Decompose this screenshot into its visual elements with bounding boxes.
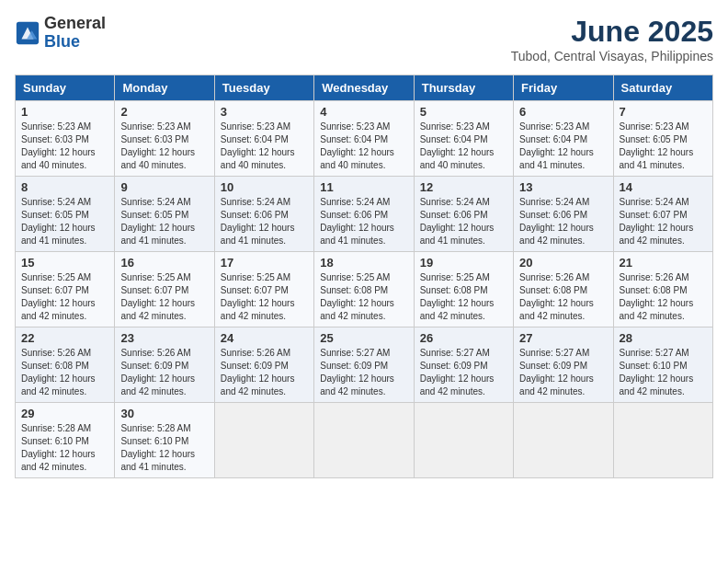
- cell-info: Sunrise: 5:23 AMSunset: 6:05 PMDaylight:…: [620, 121, 707, 172]
- cell-info: Sunrise: 5:26 AMSunset: 6:09 PMDaylight:…: [120, 347, 208, 398]
- table-row: 13Sunrise: 5:24 AMSunset: 6:06 PMDayligh…: [514, 177, 613, 252]
- cell-info: Sunrise: 5:25 AMSunset: 6:07 PMDaylight:…: [21, 271, 108, 323]
- day-number: 23: [120, 331, 208, 345]
- table-row: 21Sunrise: 5:26 AMSunset: 6:08 PMDayligh…: [613, 252, 712, 327]
- calendar-week-row: 8Sunrise: 5:24 AMSunset: 6:05 PMDaylight…: [16, 177, 713, 252]
- day-number: 29: [21, 407, 108, 420]
- day-number: 3: [221, 105, 308, 119]
- title-block: June 2025 Tubod, Central Visayas, Philip…: [511, 15, 713, 63]
- cell-info: Sunrise: 5:26 AMSunset: 6:09 PMDaylight:…: [221, 347, 308, 398]
- table-row: 6Sunrise: 5:23 AMSunset: 6:04 PMDaylight…: [514, 101, 613, 177]
- table-row: 17Sunrise: 5:25 AMSunset: 6:07 PMDayligh…: [214, 252, 313, 327]
- header-wednesday: Wednesday: [314, 75, 414, 101]
- table-row: 3Sunrise: 5:23 AMSunset: 6:04 PMDaylight…: [214, 101, 313, 177]
- table-row: 9Sunrise: 5:24 AMSunset: 6:05 PMDaylight…: [115, 177, 214, 252]
- calendar-week-row: 22Sunrise: 5:26 AMSunset: 6:08 PMDayligh…: [16, 327, 713, 403]
- table-row: 16Sunrise: 5:25 AMSunset: 6:07 PMDayligh…: [115, 252, 214, 327]
- table-row: 28Sunrise: 5:27 AMSunset: 6:10 PMDayligh…: [613, 327, 712, 403]
- day-number: 8: [21, 180, 108, 194]
- day-number: 15: [21, 256, 108, 270]
- table-row: 30Sunrise: 5:28 AMSunset: 6:10 PMDayligh…: [115, 403, 214, 478]
- logo-blue: Blue: [44, 33, 106, 52]
- table-row: 23Sunrise: 5:26 AMSunset: 6:09 PMDayligh…: [115, 327, 214, 403]
- day-number: 5: [420, 105, 507, 119]
- page-header: General Blue June 2025 Tubod, Central Vi…: [15, 15, 713, 63]
- table-row: [613, 403, 712, 478]
- logo-icon: [15, 20, 40, 46]
- day-number: 13: [519, 180, 607, 194]
- logo-text: General Blue: [44, 15, 106, 52]
- day-number: 30: [120, 407, 208, 420]
- day-number: 10: [221, 180, 308, 194]
- day-number: 7: [620, 105, 707, 119]
- cell-info: Sunrise: 5:24 AMSunset: 6:07 PMDaylight:…: [620, 196, 707, 247]
- table-row: 7Sunrise: 5:23 AMSunset: 6:05 PMDaylight…: [613, 101, 712, 177]
- day-number: 24: [221, 331, 308, 345]
- day-number: 11: [320, 180, 407, 194]
- table-row: 4Sunrise: 5:23 AMSunset: 6:04 PMDaylight…: [314, 101, 414, 177]
- cell-info: Sunrise: 5:23 AMSunset: 6:03 PMDaylight:…: [120, 121, 208, 172]
- calendar-table: Sunday Monday Tuesday Wednesday Thursday…: [15, 75, 713, 478]
- table-row: 15Sunrise: 5:25 AMSunset: 6:07 PMDayligh…: [16, 252, 115, 327]
- cell-info: Sunrise: 5:24 AMSunset: 6:05 PMDaylight:…: [120, 196, 208, 247]
- table-row: 26Sunrise: 5:27 AMSunset: 6:09 PMDayligh…: [414, 327, 513, 403]
- calendar-week-row: 15Sunrise: 5:25 AMSunset: 6:07 PMDayligh…: [16, 252, 713, 327]
- cell-info: Sunrise: 5:28 AMSunset: 6:10 PMDaylight:…: [120, 422, 208, 474]
- cell-info: Sunrise: 5:23 AMSunset: 6:04 PMDaylight:…: [420, 121, 507, 172]
- day-number: 12: [420, 180, 507, 194]
- day-number: 6: [519, 105, 607, 119]
- day-number: 9: [120, 180, 208, 194]
- header-friday: Friday: [514, 75, 613, 101]
- header-tuesday: Tuesday: [214, 75, 313, 101]
- calendar-week-row: 29Sunrise: 5:28 AMSunset: 6:10 PMDayligh…: [16, 403, 713, 478]
- day-number: 4: [320, 105, 407, 119]
- cell-info: Sunrise: 5:23 AMSunset: 6:04 PMDaylight:…: [519, 121, 607, 172]
- day-number: 25: [320, 331, 407, 345]
- table-row: 1Sunrise: 5:23 AMSunset: 6:03 PMDaylight…: [16, 101, 115, 177]
- cell-info: Sunrise: 5:25 AMSunset: 6:08 PMDaylight:…: [420, 271, 507, 323]
- table-row: 12Sunrise: 5:24 AMSunset: 6:06 PMDayligh…: [414, 177, 513, 252]
- table-row: 24Sunrise: 5:26 AMSunset: 6:09 PMDayligh…: [214, 327, 313, 403]
- month-title: June 2025: [511, 15, 713, 49]
- cell-info: Sunrise: 5:24 AMSunset: 6:06 PMDaylight:…: [519, 196, 607, 247]
- logo: General Blue: [15, 15, 106, 52]
- table-row: 14Sunrise: 5:24 AMSunset: 6:07 PMDayligh…: [613, 177, 712, 252]
- cell-info: Sunrise: 5:23 AMSunset: 6:03 PMDaylight:…: [21, 121, 108, 172]
- table-row: 22Sunrise: 5:26 AMSunset: 6:08 PMDayligh…: [16, 327, 115, 403]
- day-number: 1: [21, 105, 108, 119]
- day-number: 18: [320, 256, 407, 270]
- day-number: 19: [420, 256, 507, 270]
- header-sunday: Sunday: [16, 75, 115, 101]
- cell-info: Sunrise: 5:23 AMSunset: 6:04 PMDaylight:…: [221, 121, 308, 172]
- cell-info: Sunrise: 5:24 AMSunset: 6:06 PMDaylight:…: [221, 196, 308, 247]
- table-row: 27Sunrise: 5:27 AMSunset: 6:09 PMDayligh…: [514, 327, 613, 403]
- location: Tubod, Central Visayas, Philippines: [511, 49, 713, 63]
- cell-info: Sunrise: 5:26 AMSunset: 6:08 PMDaylight:…: [519, 271, 607, 323]
- day-number: 2: [120, 105, 208, 119]
- day-number: 26: [420, 331, 507, 345]
- cell-info: Sunrise: 5:26 AMSunset: 6:08 PMDaylight:…: [620, 271, 707, 323]
- cell-info: Sunrise: 5:24 AMSunset: 6:05 PMDaylight:…: [21, 196, 108, 247]
- calendar-week-row: 1Sunrise: 5:23 AMSunset: 6:03 PMDaylight…: [16, 101, 713, 177]
- cell-info: Sunrise: 5:24 AMSunset: 6:06 PMDaylight:…: [320, 196, 407, 247]
- table-row: 25Sunrise: 5:27 AMSunset: 6:09 PMDayligh…: [314, 327, 414, 403]
- cell-info: Sunrise: 5:27 AMSunset: 6:09 PMDaylight:…: [420, 347, 507, 398]
- cell-info: Sunrise: 5:27 AMSunset: 6:09 PMDaylight:…: [519, 347, 607, 398]
- cell-info: Sunrise: 5:24 AMSunset: 6:06 PMDaylight:…: [420, 196, 507, 247]
- table-row: 5Sunrise: 5:23 AMSunset: 6:04 PMDaylight…: [414, 101, 513, 177]
- day-number: 17: [221, 256, 308, 270]
- table-row: 10Sunrise: 5:24 AMSunset: 6:06 PMDayligh…: [214, 177, 313, 252]
- table-row: 8Sunrise: 5:24 AMSunset: 6:05 PMDaylight…: [16, 177, 115, 252]
- day-number: 14: [620, 180, 707, 194]
- cell-info: Sunrise: 5:25 AMSunset: 6:08 PMDaylight:…: [320, 271, 407, 323]
- cell-info: Sunrise: 5:25 AMSunset: 6:07 PMDaylight:…: [221, 271, 308, 323]
- cell-info: Sunrise: 5:25 AMSunset: 6:07 PMDaylight:…: [120, 271, 208, 323]
- day-number: 28: [620, 331, 707, 345]
- table-row: 18Sunrise: 5:25 AMSunset: 6:08 PMDayligh…: [314, 252, 414, 327]
- table-row: [514, 403, 613, 478]
- cell-info: Sunrise: 5:23 AMSunset: 6:04 PMDaylight:…: [320, 121, 407, 172]
- day-number: 20: [519, 256, 607, 270]
- table-row: 20Sunrise: 5:26 AMSunset: 6:08 PMDayligh…: [514, 252, 613, 327]
- header-monday: Monday: [115, 75, 214, 101]
- table-row: 11Sunrise: 5:24 AMSunset: 6:06 PMDayligh…: [314, 177, 414, 252]
